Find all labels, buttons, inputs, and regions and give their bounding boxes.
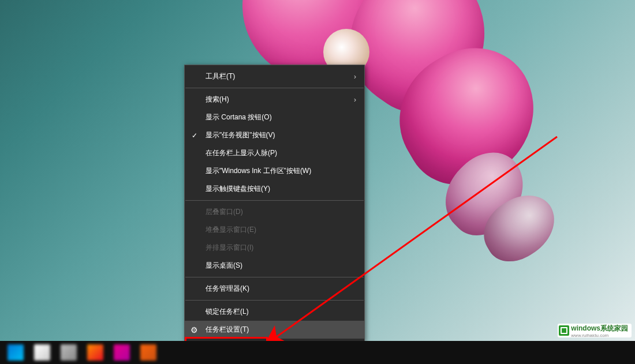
gear-icon: ⚙ [190,325,198,335]
taskbar-icon-search[interactable] [34,344,50,361]
check-icon: ✓ [192,132,197,140]
taskbar-icon-taskview[interactable] [61,344,77,361]
menu-toolbars-label: 工具栏(T) [206,72,235,81]
menu-show-people[interactable]: 在任务栏上显示人脉(P) [185,144,364,162]
menu-show-desktop[interactable]: 显示桌面(S) [185,257,364,275]
menu-show-taskview-label: 显示"任务视图"按钮(V) [206,130,275,140]
menu-task-manager[interactable]: 任务管理器(K) [185,280,364,298]
menu-lock-taskbar[interactable]: 锁定任务栏(L) [185,303,364,321]
watermark-text: windows系统家园 [571,324,628,332]
menu-lock-taskbar-label: 锁定任务栏(L) [206,307,249,317]
menu-search-label: 搜索(H) [206,95,229,104]
menu-sidebyside: 并排显示窗口(I) [185,239,364,257]
menu-show-cortana-label: 显示 Cortana 按钮(O) [206,112,272,122]
menu-show-touch-kb-label: 显示触摸键盘按钮(Y) [206,184,270,194]
taskbar-context-menu: 工具栏(T) › 搜索(H) › 显示 Cortana 按钮(O) ✓ 显示"任… [184,65,365,342]
menu-show-taskview[interactable]: ✓ 显示"任务视图"按钮(V) [185,126,364,144]
chevron-right-icon: › [354,96,356,104]
menu-show-ink[interactable]: 显示"Windows Ink 工作区"按钮(W) [185,162,364,180]
menu-show-people-label: 在任务栏上显示人脉(P) [206,148,277,158]
taskbar-icon-app1[interactable] [87,344,103,361]
menu-show-desktop-label: 显示桌面(S) [206,261,242,271]
taskbar-icon-app2[interactable] [114,344,130,361]
taskbar-icon-app3[interactable] [140,344,156,361]
menu-show-ink-label: 显示"Windows Ink 工作区"按钮(W) [206,166,311,176]
menu-toolbars[interactable]: 工具栏(T) › [185,67,364,85]
menu-separator [185,300,364,301]
menu-task-manager-label: 任务管理器(K) [206,284,249,294]
menu-show-cortana[interactable]: 显示 Cortana 按钮(O) [185,108,364,126]
menu-stacked: 堆叠显示窗口(E) [185,221,364,239]
menu-separator [185,200,364,201]
menu-show-touch-kb[interactable]: 显示触摸键盘按钮(Y) [185,180,364,198]
menu-stacked-label: 堆叠显示窗口(E) [206,225,256,235]
menu-taskbar-settings-label: 任务栏设置(T) [206,325,249,335]
taskbar-icon-start[interactable] [8,344,24,361]
menu-cascade: 层叠窗口(D) [185,203,364,221]
watermark-logo: windows系统家园 www.ruihaidu.com [558,324,632,337]
menu-taskbar-settings[interactable]: ⚙ 任务栏设置(T) [185,321,364,339]
menu-separator [185,88,364,88]
menu-sidebyside-label: 并排显示窗口(I) [206,243,253,253]
menu-cascade-label: 层叠窗口(D) [206,207,243,217]
watermark-url: www.ruihaidu.com [571,333,628,338]
chevron-right-icon: › [354,73,356,81]
desktop-wallpaper: 工具栏(T) › 搜索(H) › 显示 Cortana 按钮(O) ✓ 显示"任… [0,0,635,364]
taskbar[interactable] [0,341,635,364]
menu-separator [185,277,364,277]
menu-search[interactable]: 搜索(H) › [185,91,364,108]
watermark-icon [559,325,569,336]
